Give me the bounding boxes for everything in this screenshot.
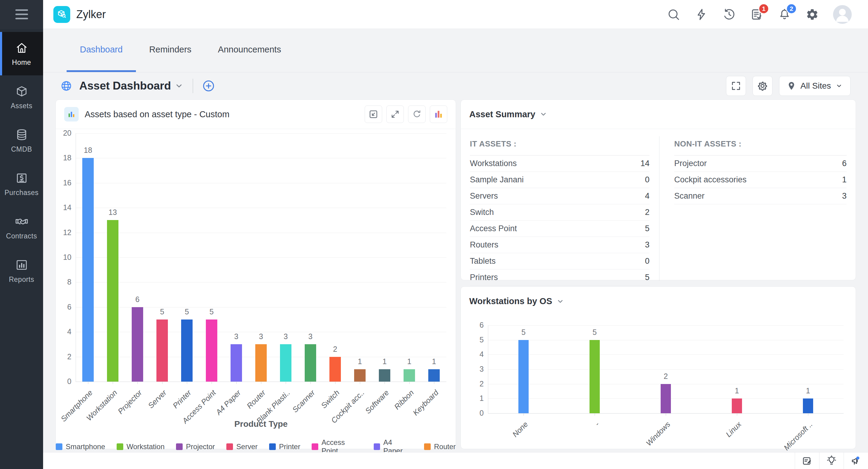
widget-chevron-icon[interactable] <box>556 297 565 306</box>
fullscreen-button[interactable] <box>726 76 746 96</box>
asset-row[interactable]: Servers4 <box>470 188 650 205</box>
divider <box>193 79 193 93</box>
bar-microsoft-[interactable] <box>803 399 813 413</box>
x-tick-mark <box>137 382 138 384</box>
settings-gear-icon[interactable] <box>805 7 819 22</box>
asset-row[interactable]: Sample Janani0 <box>470 172 650 188</box>
asset-count: 6 <box>842 159 846 168</box>
bar-value-label: 5 <box>510 328 537 337</box>
bar--[interactable] <box>590 340 600 413</box>
sidebar-item-purchases[interactable]: Purchases <box>0 162 43 206</box>
dashboard-settings-button[interactable] <box>752 76 772 96</box>
location-pin-icon <box>786 81 796 91</box>
notifications-bell-icon[interactable]: 2 <box>778 7 792 22</box>
widget-chevron-icon[interactable] <box>539 110 548 119</box>
asset-row[interactable]: Printers5 <box>470 270 650 286</box>
asset-row[interactable]: Scanner3 <box>674 188 846 205</box>
asset-row[interactable]: Projector6 <box>674 156 846 172</box>
expand-widget-button[interactable] <box>386 105 404 123</box>
zylker-logo-icon <box>53 6 70 23</box>
notification-count-badge: 2 <box>786 3 797 14</box>
widget-chart-icon <box>64 107 79 122</box>
bar-cockpit-acc-[interactable] <box>354 369 366 382</box>
asset-row[interactable]: Routers3 <box>470 237 650 253</box>
chart-type-button[interactable] <box>430 105 447 123</box>
legend-label: Server <box>236 442 258 451</box>
bar-windows[interactable] <box>661 384 671 413</box>
bar-a4-paper[interactable] <box>230 344 242 382</box>
tasks-icon[interactable]: 1 <box>750 7 764 22</box>
x-tick-label: Router <box>245 388 267 410</box>
asset-count: 1 <box>842 175 846 184</box>
sidebar-item-label: Purchases <box>4 189 38 197</box>
sidebar-item-reports[interactable]: Reports <box>0 249 43 292</box>
bottom-toolbar <box>43 452 868 469</box>
add-dashboard-button[interactable] <box>202 79 216 93</box>
asset-row[interactable]: Workstations14 <box>470 156 650 172</box>
tab-bar: DashboardRemindersAnnouncements <box>43 29 868 72</box>
bar-projector[interactable] <box>132 307 143 382</box>
history-icon[interactable] <box>722 7 736 22</box>
search-icon[interactable] <box>667 7 681 22</box>
bar-linux[interactable] <box>732 399 742 413</box>
open-report-button[interactable] <box>365 105 382 123</box>
bar-ribbon[interactable] <box>404 369 415 382</box>
y-axis-line <box>488 325 488 413</box>
asset-row[interactable]: Tablets0 <box>470 253 650 270</box>
bar-value-label: 3 <box>272 332 299 341</box>
x-tick-label: Microsoft .. <box>782 420 814 452</box>
tab-dashboard[interactable]: Dashboard <box>67 29 136 72</box>
quick-actions-icon[interactable] <box>694 7 708 22</box>
dashboard-selector-chevron-icon[interactable] <box>174 81 184 91</box>
cmdb-icon <box>15 128 29 142</box>
announcement-button[interactable] <box>844 452 868 469</box>
sidebar-item-cmdb[interactable]: CMDB <box>0 119 43 162</box>
bar-scanner[interactable] <box>305 344 316 382</box>
bar-software[interactable] <box>379 369 390 382</box>
bar-value-label: 6 <box>124 295 151 304</box>
bar-router[interactable] <box>255 344 267 382</box>
hamburger-menu-button[interactable] <box>0 0 43 29</box>
y-tick-label: 18 <box>55 153 71 162</box>
suggestions-lightbulb-button[interactable] <box>819 452 844 469</box>
x-tick-mark <box>524 413 524 416</box>
bar-access-point[interactable] <box>206 319 217 382</box>
x-tick-mark <box>409 382 410 384</box>
tab-announcements[interactable]: Announcements <box>205 29 294 72</box>
sidebar-item-contracts[interactable]: Contracts <box>0 206 43 249</box>
gridline <box>488 354 844 355</box>
user-avatar[interactable] <box>833 5 852 24</box>
legend-swatch <box>56 443 62 450</box>
bar-workstation[interactable] <box>107 220 119 382</box>
y-tick-label: 6 <box>467 321 484 330</box>
site-filter-dropdown[interactable]: All Sites <box>779 76 850 96</box>
sidebar-item-assets[interactable]: Assets <box>0 75 43 119</box>
asset-row[interactable]: Switch2 <box>470 205 650 221</box>
reports-icon <box>15 258 29 272</box>
x-tick-label: Switch <box>319 388 341 410</box>
refresh-widget-button[interactable] <box>408 105 426 123</box>
summary-section-heading: NON-IT ASSETS : <box>674 132 846 156</box>
tab-reminders[interactable]: Reminders <box>136 29 205 72</box>
bar-server[interactable] <box>156 319 168 382</box>
bar-smartphone[interactable] <box>82 158 94 382</box>
y-tick-label: 14 <box>55 203 71 212</box>
bar-keyboard[interactable] <box>428 369 440 382</box>
asset-row[interactable]: Cockpit accessories1 <box>674 172 846 188</box>
bar-value-label: 2 <box>652 372 679 381</box>
y-tick-label: 2 <box>55 352 71 361</box>
bar-switch[interactable] <box>330 357 341 382</box>
x-tick-label: A4 Paper <box>214 388 242 416</box>
asset-count: 0 <box>645 256 650 266</box>
sidebar-item-home[interactable]: Home <box>0 32 43 75</box>
bar-printer[interactable] <box>181 319 193 382</box>
asset-count: 3 <box>842 191 846 201</box>
feedback-note-button[interactable] <box>795 452 819 469</box>
bar-value-label: 1 <box>723 386 750 395</box>
sidebar-item-label: Assets <box>10 102 32 110</box>
app-logo[interactable]: Zylker <box>53 6 106 23</box>
bar-none[interactable] <box>518 340 529 413</box>
asset-row[interactable]: Access Point5 <box>470 221 650 237</box>
bar-blank-plasti-[interactable] <box>280 344 291 382</box>
x-axis-title: Product Type <box>76 419 446 429</box>
